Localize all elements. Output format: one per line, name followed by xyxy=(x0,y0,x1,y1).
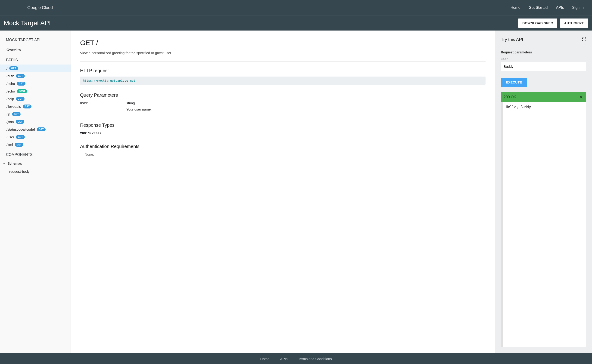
close-icon[interactable]: ✕ xyxy=(579,94,583,100)
sidebar-path-user[interactable]: /user GET xyxy=(0,133,71,141)
auth-value: None. xyxy=(85,152,486,156)
sidebar-path-label: /iloveapis xyxy=(7,104,21,109)
page-title: Mock Target API xyxy=(4,20,51,27)
sidebar-path-xml[interactable]: /xml GET xyxy=(0,141,71,149)
nav-sign-in[interactable]: Sign In xyxy=(572,6,584,10)
sidebar-schemas-label: Schemas xyxy=(7,162,22,165)
method-badge-get: GET xyxy=(9,66,18,70)
method-badge-get: GET xyxy=(16,97,25,101)
http-request-heading: HTTP request xyxy=(80,68,486,73)
sidebar-path-label: /json xyxy=(7,120,14,124)
method-badge-get: GET xyxy=(16,74,25,78)
method-badge-post: POST xyxy=(17,89,27,93)
download-spec-button[interactable]: DOWNLOAD SPEC xyxy=(518,19,557,28)
brand-logo-text: Google Cloud xyxy=(27,5,53,10)
request-params-label: Request parameters xyxy=(501,50,586,54)
execute-button[interactable]: EXECUTE xyxy=(501,78,527,87)
sidebar-path-iloveapis[interactable]: /iloveapis GET xyxy=(0,103,71,110)
endpoint-title: GET / xyxy=(80,39,486,47)
footer-home[interactable]: Home xyxy=(260,357,270,361)
param-description: Your user name. xyxy=(126,107,486,111)
method-badge-get: GET xyxy=(37,127,45,131)
sidebar-path-label: /echo xyxy=(7,82,15,85)
method-badge-get: GET xyxy=(16,135,25,139)
sidebar-path-label: /xml xyxy=(7,143,13,147)
response-code: 200: xyxy=(80,131,87,135)
sidebar-path-label: /user xyxy=(7,135,14,139)
top-nav-bar: Google Cloud Home Get Started APIs Sign … xyxy=(0,0,592,15)
sidebar-path-label: / xyxy=(7,66,7,70)
method-badge-get: GET xyxy=(12,112,21,116)
response-status-text: 200 OK xyxy=(504,95,516,99)
method-badge-get: GET xyxy=(15,143,23,147)
query-params-heading: Query Parameters xyxy=(80,92,486,98)
sidebar-path-help[interactable]: /help GET xyxy=(0,95,71,103)
sidebar-path-label: /ip xyxy=(7,112,10,116)
try-api-header: Try this API xyxy=(501,37,586,42)
google-cloud-icon xyxy=(8,6,26,10)
divider xyxy=(80,61,486,62)
param-name: user xyxy=(80,101,126,105)
sidebar-paths-heading: PATHS xyxy=(0,54,71,65)
authorize-button[interactable]: AUTHORIZE xyxy=(560,19,588,28)
response-body: Hello, Buddy! xyxy=(501,102,586,347)
page-subheader: Mock Target API DOWNLOAD SPEC AUTHORIZE xyxy=(0,15,592,31)
try-api-title: Try this API xyxy=(501,37,523,42)
sidebar-components-heading: COMPONENTS xyxy=(0,149,71,159)
param-user-input[interactable] xyxy=(501,62,586,71)
sidebar-path-label: /auth xyxy=(7,74,14,78)
param-user-label: user xyxy=(501,57,586,61)
page-actions: DOWNLOAD SPEC AUTHORIZE xyxy=(518,19,588,28)
sidebar: MOCK TARGET API Overview PATHS / GET /au… xyxy=(0,31,71,353)
sidebar-path-auth[interactable]: /auth GET xyxy=(0,72,71,80)
sidebar-path-json[interactable]: /json GET xyxy=(0,118,71,126)
sidebar-schema-request-body[interactable]: request-body xyxy=(0,168,71,175)
response-text: Success xyxy=(88,131,101,135)
param-type: string xyxy=(126,101,173,105)
expand-icon[interactable] xyxy=(582,38,586,42)
method-badge-get: GET xyxy=(16,120,24,124)
sidebar-path-label: /help xyxy=(7,97,14,101)
divider xyxy=(80,116,486,116)
sidebar-path-echo-get[interactable]: /echo GET xyxy=(0,80,71,87)
endpoint-description: View a personalized greeting for the spe… xyxy=(80,51,486,55)
method-badge-get: GET xyxy=(17,82,26,85)
nav-home[interactable]: Home xyxy=(511,6,520,10)
auth-heading: Authentication Requirements xyxy=(80,144,486,149)
response-line: 200: Success xyxy=(80,131,486,135)
sidebar-schemas-toggle[interactable]: Schemas xyxy=(0,159,71,168)
footer: Home APIs Terms and Conditions xyxy=(0,353,592,364)
param-row: user string xyxy=(80,101,486,105)
brand-logo[interactable]: Google Cloud xyxy=(8,5,53,10)
nav-apis[interactable]: APIs xyxy=(556,6,564,10)
footer-apis[interactable]: APIs xyxy=(280,357,288,361)
nav-get-started[interactable]: Get Started xyxy=(529,6,548,10)
sidebar-path-root[interactable]: / GET xyxy=(0,65,71,72)
caret-down-icon xyxy=(3,163,5,164)
top-nav-links: Home Get Started APIs Sign In xyxy=(511,6,584,10)
sidebar-path-echo-post[interactable]: /echo POST xyxy=(0,87,71,95)
sidebar-overview[interactable]: Overview xyxy=(0,45,71,54)
try-api-panel: Try this API Request parameters user EXE… xyxy=(495,31,592,353)
http-url-box: https://mocktarget.apigee.net xyxy=(80,77,486,85)
content-area: GET / View a personalized greeting for t… xyxy=(71,31,495,353)
sidebar-path-label: /statuscode/{code} xyxy=(7,127,35,131)
sidebar-path-statuscode[interactable]: /statuscode/{code} GET xyxy=(0,126,71,133)
sidebar-path-label: /echo xyxy=(7,89,15,93)
sidebar-path-ip[interactable]: /ip GET xyxy=(0,110,71,118)
main-layout: MOCK TARGET API Overview PATHS / GET /au… xyxy=(0,31,592,353)
sidebar-api-heading: MOCK TARGET API xyxy=(0,36,71,45)
method-badge-get: GET xyxy=(23,104,32,109)
response-types-heading: Response Types xyxy=(80,123,486,128)
footer-terms[interactable]: Terms and Conditions xyxy=(298,357,332,361)
response-status-bar: 200 OK ✕ xyxy=(501,92,586,102)
